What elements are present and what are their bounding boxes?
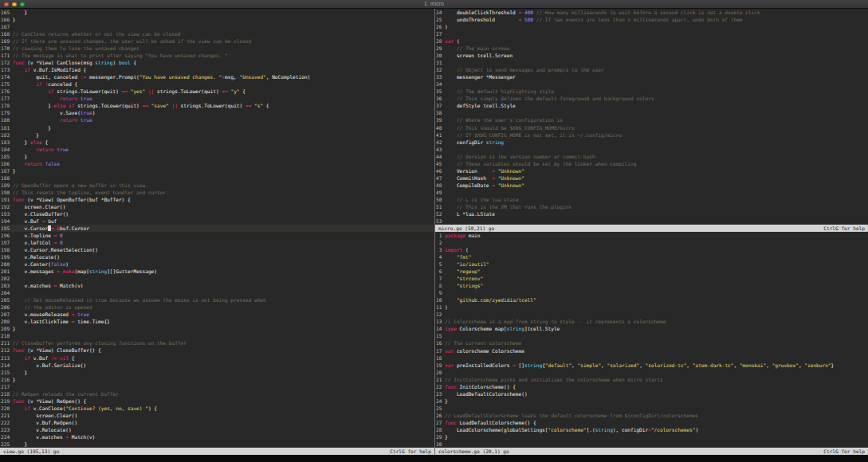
code-line: 12 (436, 311, 868, 318)
code-line: 19 var preInstalledColors = []string{"de… (436, 362, 868, 369)
code-area-colorscheme-go[interactable]: 1 package main 2 3 import ( 4 "fmt" 5 "i… (435, 232, 868, 448)
code-line: 215 } (1, 369, 434, 376)
pane-view-go[interactable]: 165 }166 }167 168 // CanClose returns wh… (0, 9, 434, 455)
line-number: 194 (1, 218, 13, 224)
line-number: 9 (436, 290, 445, 296)
line-number: 204 (1, 290, 13, 296)
code-line: 29 // The main screen (436, 45, 868, 52)
code-line: 35 // The default highlighting style (436, 88, 868, 95)
window-titlebar: 1. micro (0, 0, 868, 9)
code-area-micro-go[interactable]: 24 doubleClickThreshold = 400 // How man… (435, 9, 868, 225)
line-number: 198 (1, 247, 13, 253)
line-number: 197 (1, 240, 13, 245)
code-line: 28 LoadColorscheme(globalSettings["color… (436, 426, 868, 433)
code-line: 185 } (1, 153, 434, 160)
line-number: 51 (436, 204, 445, 209)
line-number: 196 (1, 233, 13, 238)
code-line: 175 if !canceled { (1, 80, 434, 88)
line-number: 10 (436, 297, 445, 303)
code-line: 183 } else { (1, 139, 434, 146)
code-line: 16 // The current colorscheme (436, 339, 868, 346)
line-number: 192 (1, 204, 13, 209)
line-number: 33 (436, 74, 445, 80)
code-line: 27 func LoadDefaultColorscheme() { (436, 419, 868, 426)
code-line: 189 // OpenBuffer opens a new buffer in … (1, 182, 434, 189)
line-number: 176 (1, 88, 13, 94)
line-number: 207 (1, 311, 13, 317)
editor-splits: 165 }166 }167 168 // CanClose returns wh… (0, 9, 868, 455)
code-line: 186 return false (1, 160, 434, 167)
line-number: 49 (436, 190, 445, 195)
line-number: 211 (1, 340, 13, 346)
line-number: 29 (436, 434, 445, 440)
line-number: 181 (1, 125, 13, 131)
line-number: 183 (1, 139, 13, 145)
line-number: 186 (1, 161, 13, 166)
code-line: 51 // This is the VM that runs the plugi… (436, 203, 868, 210)
code-line: 173 if v.Buf.IsModified { (1, 66, 434, 73)
code-line: 202 (1, 275, 434, 282)
code-line: 203 v.matches = Match(v) (1, 282, 434, 289)
code-line: 53 (436, 217, 868, 225)
line-number: 35 (436, 88, 445, 94)
line-number: 37 (436, 103, 445, 108)
pane-micro-go[interactable]: 24 doubleClickThreshold = 400 // How man… (435, 9, 868, 232)
line-number: 188 (1, 175, 13, 181)
minimize-window-button[interactable] (12, 2, 17, 7)
code-line: 33 messenger *Messenger (436, 73, 868, 80)
code-line: 170 // causing them to lose the unsaved … (1, 45, 434, 52)
code-line: 188 (1, 174, 434, 182)
code-line: 30 (436, 440, 868, 448)
code-line: 18 (436, 354, 868, 362)
code-line: 24 doubleClickThreshold = 400 // How man… (436, 9, 868, 16)
line-number: 218 (1, 391, 13, 397)
line-number: 36 (436, 96, 445, 101)
code-line: 21 // InitColorscheme picks and initiali… (436, 376, 868, 383)
code-line: 219 func (v *View) ReOpen() { (1, 397, 434, 405)
line-number: 175 (1, 81, 13, 87)
line-number: 24 (436, 398, 445, 404)
close-window-button[interactable] (4, 2, 9, 7)
line-number: 27 (436, 420, 445, 425)
code-line: 192 screen.Clear() (1, 203, 434, 210)
line-number: 200 (1, 261, 13, 267)
line-number: 209 (1, 326, 13, 331)
line-number: 203 (1, 283, 13, 288)
code-line: 7 "strconv" (436, 275, 868, 282)
code-line: 221 screen.Clear() (1, 412, 434, 419)
code-line: 14 type Colorscheme map[string]tcell.Sty… (436, 325, 868, 332)
code-line: 220 if v.CanClose("Continue? (yes, no, s… (1, 405, 434, 412)
code-line: 205 // Set mouseReleased to true because… (1, 296, 434, 303)
status-file-info: view.go (195,13) go (3, 448, 59, 455)
code-line: 179 v.Save(true) (1, 109, 434, 116)
line-number: 214 (1, 362, 13, 368)
code-line: 206 // the editor is opened (1, 303, 434, 311)
code-line: 6 "regexp" (436, 268, 868, 275)
line-number: 27 (436, 31, 445, 37)
zoom-window-button[interactable] (20, 2, 25, 7)
code-line: 28 var ( (436, 37, 868, 45)
code-line: 1 package main (436, 232, 868, 239)
code-line: 45 // These variables should be set by t… (436, 160, 868, 167)
line-number: 31 (436, 60, 445, 65)
line-number: 21 (436, 377, 445, 382)
code-line: 191 func (v *View) OpenBuffer(buf *Buffe… (1, 196, 434, 203)
line-number: 215 (1, 370, 13, 375)
code-area-view-go[interactable]: 165 }166 }167 168 // CanClose returns wh… (0, 9, 434, 448)
code-line: 222 v.Buf.ReOpen() (1, 419, 434, 426)
code-line: 200 v.Center(false) (1, 260, 434, 268)
line-number: 190 (1, 190, 13, 195)
line-number: 16 (436, 340, 445, 346)
line-number: 48 (436, 182, 445, 188)
line-number: 208 (1, 319, 13, 324)
code-line: 49 (436, 189, 868, 196)
line-number: 193 (1, 211, 13, 217)
pane-colorscheme-go[interactable]: 1 package main 2 3 import ( 4 "fmt" 5 "i… (435, 232, 868, 455)
code-line: 201 v.messages = make(map[string][]Gutte… (1, 268, 434, 275)
code-line: 224 v.matches = Match(v) (1, 433, 434, 440)
command-message-line[interactable] (0, 455, 868, 462)
code-line: 182 } (1, 131, 434, 139)
line-number: 191 (1, 197, 13, 202)
line-number: 41 (436, 132, 445, 138)
line-number: 28 (436, 427, 445, 433)
